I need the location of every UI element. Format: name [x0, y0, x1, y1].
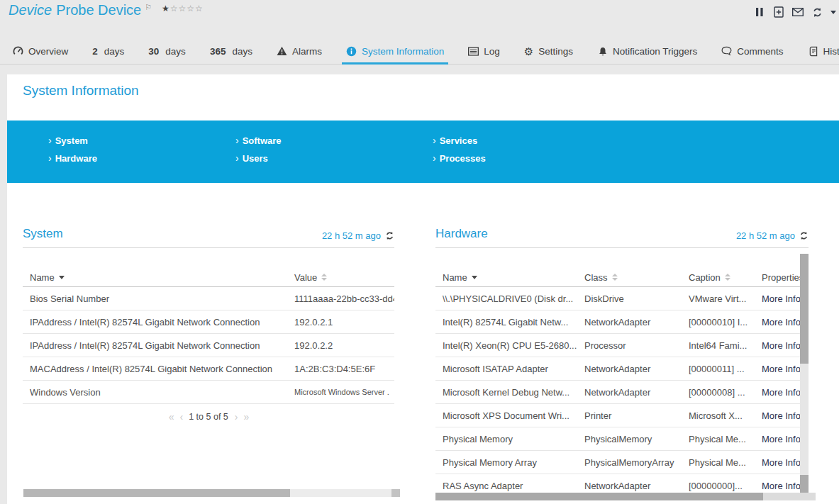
report-icon[interactable] — [773, 6, 784, 18]
refresh-icon[interactable] — [811, 6, 823, 18]
system-horizontal-scrollbar[interactable] — [23, 489, 400, 497]
tab-settings[interactable]: ⚙ Settings — [524, 38, 573, 64]
sort-icon — [321, 274, 327, 281]
content-card: System Information ›System ›Hardware ›So… — [7, 74, 839, 504]
sort-icon — [612, 274, 618, 281]
tab-bar: Overview 2days 30days 365days Alarms Sys… — [0, 25, 839, 65]
refresh-icon[interactable] — [799, 231, 809, 240]
tab-365-days[interactable]: 365days — [210, 38, 252, 64]
email-icon[interactable] — [792, 6, 804, 18]
device-name: Probe Device — [56, 2, 141, 18]
nav-link-services[interactable]: ›Services — [433, 135, 486, 146]
tab-label: Notification Triggers — [613, 46, 697, 57]
hardware-panel-title: Hardware — [435, 227, 488, 241]
system-updated-ago: 22 h 52 m ago — [322, 230, 381, 241]
warning-icon — [277, 46, 287, 57]
log-icon — [468, 46, 479, 57]
flag-icon[interactable]: ⚐ — [145, 3, 152, 12]
tab-2-days[interactable]: 2days — [92, 38, 124, 64]
sort-icon — [725, 274, 730, 281]
gear-icon: ⚙ — [524, 46, 533, 57]
chevron-right-icon: › — [48, 152, 52, 164]
last-page-icon[interactable]: » — [243, 411, 248, 422]
hardware-panel: Hardware 22 h 52 m ago Name Class Captio… — [435, 227, 809, 498]
table-row: MACAddress / Intel(R) 82574L Gigabit Net… — [23, 357, 394, 381]
chevron-right-icon: › — [433, 135, 436, 146]
tab-notification-triggers[interactable]: Notification Triggers — [597, 38, 697, 64]
tab-alarms[interactable]: Alarms — [277, 38, 322, 64]
scrollbar-corner[interactable] — [391, 489, 400, 497]
table-row: \\.\PHYSICALDRIVE0 (Disk dr... DiskDrive… — [435, 287, 809, 310]
gauge-icon — [13, 46, 23, 57]
nav-link-hardware[interactable]: ›Hardware — [48, 152, 97, 164]
hardware-table: Name Class Caption Properties \\.\PHYSIC… — [435, 268, 809, 498]
star-filled-icon[interactable]: ★ — [162, 4, 170, 13]
table-row: IPAddress / Intel(R) 82574L Gigabit Netw… — [23, 310, 394, 334]
scrollbar-block[interactable] — [800, 475, 809, 493]
nav-link-system[interactable]: ›System — [48, 135, 97, 146]
column-header-name[interactable]: Name — [435, 272, 577, 283]
table-row: Physical Memory PhysicalMemory Physical … — [435, 427, 809, 451]
hardware-vertical-scrollbar[interactable] — [800, 254, 809, 493]
chevron-right-icon: › — [235, 152, 239, 164]
table-row: Bios Serial Number 1111aaaa-22bb-cc33-dd… — [23, 287, 394, 310]
system-table: Name Value Bios Serial Number 1111aaaa-2… — [23, 268, 394, 404]
device-title: Device Probe Device ⚐ ★☆☆☆☆ — [9, 2, 204, 18]
tab-label: Log — [484, 46, 500, 57]
system-panel-title: System — [23, 227, 63, 241]
section-nav-band: ›System ›Hardware ›Software ›Users ›Serv… — [7, 121, 839, 183]
tab-label: System Information — [362, 46, 444, 57]
tab-label: Overview — [28, 46, 68, 57]
next-page-icon[interactable]: › — [235, 411, 238, 422]
table-row: Microsoft ISATAP Adapter NetworkAdapter … — [435, 357, 809, 381]
hardware-updated-ago: 22 h 52 m ago — [736, 230, 795, 241]
column-header-caption[interactable]: Caption — [682, 272, 755, 283]
page-title: System Information — [23, 83, 139, 99]
table-row: Microsoft Kernel Debug Netw... NetworkAd… — [435, 381, 809, 404]
chevron-down-icon[interactable] — [830, 11, 836, 14]
info-icon — [346, 46, 357, 57]
nav-link-software[interactable]: ›Software — [235, 135, 282, 146]
tab-history[interactable]: History — [808, 38, 839, 64]
star-empty-icons[interactable]: ☆☆☆☆ — [170, 4, 204, 13]
table-row: IPAddress / Intel(R) 82574L Gigabit Netw… — [23, 334, 394, 357]
chevron-right-icon: › — [235, 135, 239, 146]
scrollbar-thumb[interactable] — [23, 489, 290, 497]
scrollbar-thumb[interactable] — [800, 254, 809, 364]
tab-overview[interactable]: Overview — [13, 38, 68, 64]
tab-30-days[interactable]: 30days — [148, 38, 186, 64]
pagination-range: 1 to 5 of 5 — [189, 412, 228, 422]
column-header-value[interactable]: Value — [287, 272, 394, 283]
table-row: Intel(R) 82574L Gigabit Netw... NetworkA… — [435, 310, 809, 334]
scrollbar-thumb[interactable] — [435, 493, 763, 500]
device-type-label: Device — [9, 2, 52, 18]
chevron-right-icon: › — [433, 152, 436, 164]
system-panel: System 22 h 52 m ago Name Value Bios Ser… — [23, 227, 394, 422]
table-row: Physical Memory Array PhysicalMemoryArra… — [435, 451, 809, 474]
nav-link-processes[interactable]: ›Processes — [433, 152, 486, 164]
nav-link-users[interactable]: ›Users — [235, 152, 282, 164]
column-header-class[interactable]: Class — [577, 272, 682, 283]
sort-desc-icon — [472, 276, 477, 279]
top-bar: Device Probe Device ⚐ ★☆☆☆☆ — [0, 0, 839, 25]
sort-desc-icon — [59, 276, 65, 279]
tab-label: Settings — [538, 46, 573, 57]
history-icon — [808, 46, 818, 57]
tab-comments[interactable]: Comments — [721, 38, 783, 64]
priority-rating[interactable]: ★☆☆☆☆ — [162, 4, 204, 13]
tab-label: Alarms — [292, 46, 322, 57]
tab-label: History — [823, 46, 839, 57]
table-row: Microsoft XPS Document Wri... Printer Mi… — [435, 404, 809, 427]
hardware-horizontal-scrollbar[interactable] — [435, 493, 816, 500]
refresh-icon[interactable] — [385, 231, 394, 240]
tab-system-information[interactable]: System Information — [346, 38, 444, 64]
chevron-right-icon: › — [48, 135, 52, 146]
tab-label: Comments — [737, 46, 783, 57]
prev-page-icon[interactable]: ‹ — [180, 411, 183, 422]
first-page-icon[interactable]: « — [169, 411, 174, 422]
pause-icon[interactable] — [754, 6, 765, 18]
table-row: Windows Version Microsoft Windows Server… — [23, 381, 394, 404]
tab-log[interactable]: Log — [468, 38, 500, 64]
column-header-name[interactable]: Name — [23, 272, 287, 283]
bell-icon — [597, 46, 608, 57]
